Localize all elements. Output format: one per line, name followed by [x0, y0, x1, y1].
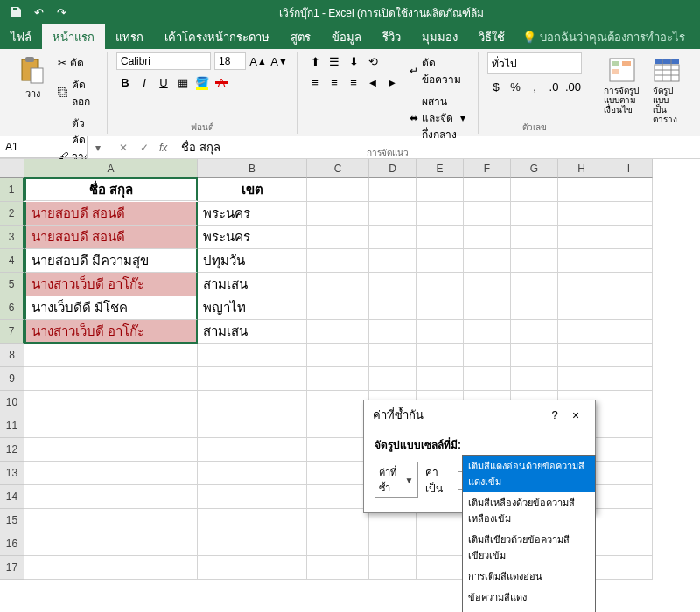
cell[interactable]	[416, 202, 464, 226]
cell[interactable]	[307, 485, 369, 509]
cell[interactable]	[558, 202, 606, 226]
cell[interactable]	[307, 391, 369, 414]
redo-icon[interactable]: ↷	[52, 3, 70, 21]
cell[interactable]	[606, 249, 653, 273]
cell[interactable]	[307, 178, 369, 202]
cell[interactable]	[307, 249, 369, 273]
tab-data[interactable]: ข้อมูล	[321, 24, 372, 49]
cell[interactable]	[416, 226, 464, 249]
cell[interactable]	[416, 344, 464, 367]
cell[interactable]	[511, 202, 558, 226]
cell[interactable]	[307, 414, 369, 438]
cell[interactable]: นางเว็บดีดี มีโชค	[24, 296, 198, 320]
cell[interactable]	[369, 344, 416, 367]
borders-button[interactable]: ▦	[174, 73, 192, 91]
row-header[interactable]: 13	[0, 462, 24, 485]
cell[interactable]	[606, 320, 653, 344]
cell[interactable]	[416, 367, 464, 391]
tab-home[interactable]: หน้าแรก	[42, 24, 105, 49]
cell[interactable]	[369, 320, 416, 344]
cell[interactable]	[606, 344, 653, 367]
save-icon[interactable]	[7, 3, 24, 21]
fill-color-button[interactable]: 🪣	[193, 73, 211, 91]
row-header[interactable]: 3	[0, 226, 24, 249]
accept-formula-icon[interactable]: ✓	[135, 142, 154, 154]
row-header[interactable]: 5	[0, 273, 24, 296]
row-header[interactable]: 12	[0, 438, 24, 462]
cell[interactable]	[198, 556, 307, 580]
dialog-close-icon[interactable]: ×	[565, 408, 586, 422]
conditional-format-button[interactable]: การจัดรูปแบบตามเงื่อนไข	[600, 52, 644, 118]
align-middle-icon[interactable]: ☰	[326, 52, 343, 70]
cell[interactable]	[606, 438, 653, 462]
column-header-e[interactable]: E	[416, 159, 464, 178]
paste-button[interactable]: วาง	[16, 52, 49, 105]
cell[interactable]	[606, 273, 653, 296]
cell[interactable]	[416, 178, 464, 202]
cell[interactable]	[24, 367, 198, 391]
cell[interactable]: พญาไท	[198, 296, 307, 320]
dropdown-item[interactable]: เส้นขอบสีแดง	[463, 608, 595, 612]
cell[interactable]	[558, 273, 606, 296]
cell[interactable]	[558, 178, 606, 202]
cell[interactable]: สามเสน	[198, 320, 307, 344]
select-all-corner[interactable]	[0, 159, 24, 178]
cell[interactable]: ชื่อ สกุล	[24, 177, 198, 201]
cancel-formula-icon[interactable]: ✕	[114, 142, 133, 154]
bold-button[interactable]: B	[116, 73, 134, 91]
cell[interactable]	[369, 202, 416, 226]
cell[interactable]	[606, 509, 653, 532]
cell[interactable]	[511, 296, 558, 320]
row-header[interactable]: 9	[0, 367, 24, 391]
tell-me-search[interactable]: 💡 บอกฉันว่าคุณต้องการทำอะไร	[522, 24, 685, 49]
row-header[interactable]: 6	[0, 296, 24, 320]
cell[interactable]: นายสอบดี สอนดี	[24, 202, 198, 226]
cut-button[interactable]: ✂ตัด	[54, 52, 98, 73]
cell[interactable]	[606, 485, 653, 509]
cell[interactable]	[558, 249, 606, 273]
cell[interactable]	[307, 556, 369, 580]
row-header[interactable]: 10	[0, 391, 24, 414]
cell[interactable]: นายสอบดี มีความสุข	[24, 249, 198, 273]
cell[interactable]	[198, 344, 307, 367]
cell[interactable]: นางสาวเว็บดี อาโก๊ะ	[24, 320, 198, 344]
row-header[interactable]: 8	[0, 344, 24, 367]
cell[interactable]	[511, 226, 558, 249]
row-header[interactable]: 11	[0, 414, 24, 438]
cell[interactable]	[24, 438, 198, 462]
cell[interactable]	[606, 556, 653, 580]
font-name-select[interactable]: Calibri	[116, 52, 211, 70]
cell[interactable]	[24, 509, 198, 532]
number-format-select[interactable]: ทั่วไป	[487, 52, 582, 74]
column-header-i[interactable]: I	[606, 159, 653, 178]
formula-bar[interactable]: ชื่อ สกุล	[176, 136, 700, 158]
align-top-icon[interactable]: ⬆	[306, 52, 324, 70]
tab-file[interactable]: ไฟล์	[0, 24, 42, 49]
cell[interactable]	[606, 532, 653, 556]
row-header[interactable]: 1	[0, 178, 24, 202]
cell[interactable]	[369, 367, 416, 391]
wrap-text-button[interactable]: ↵ตัดข้อความ	[406, 52, 469, 89]
cell[interactable]	[558, 367, 606, 391]
align-right-icon[interactable]: ≡	[345, 73, 362, 91]
name-box[interactable]: A1	[0, 136, 88, 158]
cell[interactable]	[464, 320, 511, 344]
cell[interactable]	[369, 178, 416, 202]
cell[interactable]	[307, 438, 369, 462]
cell[interactable]	[606, 202, 653, 226]
cell[interactable]	[24, 532, 198, 556]
cell[interactable]	[369, 273, 416, 296]
column-header-f[interactable]: F	[464, 159, 511, 178]
cell[interactable]	[416, 273, 464, 296]
dropdown-item[interactable]: การเติมสีแดงอ่อน	[463, 566, 595, 587]
cell[interactable]	[369, 556, 416, 580]
cell[interactable]	[464, 202, 511, 226]
cell[interactable]	[511, 249, 558, 273]
indent-dec-icon[interactable]: ◄	[364, 73, 382, 91]
column-header-b[interactable]: B	[198, 159, 307, 178]
cell[interactable]	[369, 296, 416, 320]
tab-formulas[interactable]: สูตร	[280, 24, 321, 49]
cell[interactable]	[558, 226, 606, 249]
row-header[interactable]: 16	[0, 532, 24, 556]
cell[interactable]	[416, 556, 464, 580]
